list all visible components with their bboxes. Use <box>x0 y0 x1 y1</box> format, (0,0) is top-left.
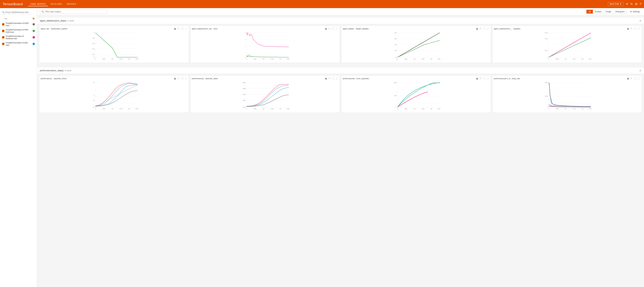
settings-button[interactable]: ⚙ Settings <box>629 10 641 14</box>
expand-icon-8[interactable]: ⛶ <box>634 77 637 80</box>
chart-episode-return: 10 0 -10 -20 0 500k 1M 1.5M 2M 2.5M <box>41 81 188 111</box>
chart-loss: 3 2 1 0 0 500k 1M 1.5M 2M 2.5M <box>192 31 338 62</box>
svg-text:0: 0 <box>95 108 96 110</box>
svg-text:1M: 1M <box>262 108 264 110</box>
menu-icon-4[interactable]: ⋮ <box>638 27 640 30</box>
svg-text:10: 10 <box>93 82 95 83</box>
sidebar-run-iqn[interactable]: PongNoFrameskip-v4-IQN-train <box>0 41 37 47</box>
svg-text:0: 0 <box>396 59 397 60</box>
image-icon-4[interactable]: ▣ <box>627 27 630 30</box>
image-icon-6[interactable]: ▣ <box>324 77 328 80</box>
pin-icon-2[interactable]: ⚐ <box>328 27 331 30</box>
pin-icon[interactable]: ⚐ <box>177 27 180 30</box>
expand-icon-7[interactable]: ⛶ <box>483 77 486 80</box>
svg-text:2.5M: 2.5M <box>588 108 591 110</box>
svg-text:2.5M: 2.5M <box>437 58 440 60</box>
card-title-episode-steps: performance(e.../episode_steps <box>192 78 324 80</box>
expand-icon-4[interactable]: ⛶ <box>634 27 637 30</box>
svg-text:2M: 2M <box>279 108 281 110</box>
filter-btn-all[interactable]: All <box>586 10 593 14</box>
filter-btn-scalars[interactable]: Scalars <box>593 10 604 14</box>
menu-icon-8[interactable]: ⋮ <box>638 77 640 80</box>
settings-icon[interactable]: ⚙ <box>635 2 638 6</box>
image-icon-5[interactable]: ▣ <box>174 77 176 80</box>
card-header-updates: agent_statistics(env_... /updates ▣ ⚐ ⛶ … <box>494 27 641 30</box>
menu-icon-2[interactable]: ⋮ <box>335 27 338 30</box>
pin-icon-7[interactable]: ⚐ <box>479 77 482 80</box>
filter-input[interactable] <box>45 11 106 13</box>
image-icon-7[interactable]: ▣ <box>476 77 478 80</box>
cards-grid-agent: agent_sta... /exploration_epsilon ▣ ⚐ ⛶ … <box>37 26 644 65</box>
svg-text:-20: -20 <box>92 106 95 108</box>
svg-text:1.5M: 1.5M <box>572 58 575 60</box>
run-color-dqn <box>32 23 35 26</box>
help-icon[interactable]: ? <box>640 2 641 6</box>
content-area: 🔍 All Scalars Image Histogram ⚙ Settings… <box>37 8 644 287</box>
svg-text:3000: 3000 <box>242 94 246 95</box>
svg-text:2M: 2M <box>128 58 130 60</box>
pin-icon-5[interactable]: ⚐ <box>177 77 180 80</box>
refresh-icon[interactable]: ↻ <box>630 2 633 6</box>
toolbar: 🔍 All Scalars Image Histogram ⚙ Settings <box>37 8 644 15</box>
filter-btn-group: All Scalars Image Histogram <box>586 10 627 14</box>
collapse-icon-performance[interactable]: ∧ <box>639 69 641 72</box>
svg-text:500k: 500k <box>254 58 256 60</box>
run-checkbox-rainbow[interactable] <box>2 36 4 39</box>
svg-text:4e+5: 4e+5 <box>545 38 548 40</box>
run-checkbox-iqn[interactable] <box>2 43 4 45</box>
menu-icon-7[interactable]: ⋮ <box>486 77 490 80</box>
menu-icon[interactable]: ⋮ <box>184 27 188 30</box>
section-header-performance: performance(env_steps) 4 cards ∧ <box>37 67 644 74</box>
expand-icon-2[interactable]: ⛶ <box>332 27 335 30</box>
menu-icon-6[interactable]: ⋮ <box>335 77 338 80</box>
sidebar-search-input[interactable] <box>5 11 35 14</box>
inactive-dropdown[interactable]: INACTIVE ▼ <box>608 2 624 6</box>
nav-time-series[interactable]: TIME SERIES <box>28 2 48 6</box>
card-title-num-episodes: performance(e.../num_episodes <box>343 78 475 80</box>
pin-icon-4[interactable]: ⚐ <box>630 27 633 30</box>
image-icon[interactable]: ▣ <box>174 27 176 30</box>
image-icon-8[interactable]: ▣ <box>627 77 630 80</box>
run-checkbox-dqn[interactable] <box>2 23 4 26</box>
svg-text:2M: 2M <box>582 108 583 110</box>
svg-text:2M: 2M <box>128 108 130 110</box>
expand-icon-6[interactable]: ⛶ <box>332 77 335 80</box>
card-step-rate: performance(env_st.../step_rate ▣ ⚐ ⛶ ⋮ <box>492 75 642 113</box>
sidebar-run-rainbow[interactable]: PongNoFrameskip-v4-Rainbow-train <box>0 34 37 41</box>
nav-scalars[interactable]: SCALARS <box>48 2 64 6</box>
svg-text:2M: 2M <box>430 58 432 60</box>
svg-text:2.5M: 2.5M <box>135 108 138 110</box>
svg-text:0: 0 <box>547 57 548 58</box>
svg-text:2M: 2M <box>430 108 432 110</box>
card-title-loss: agent_statistics(env_ste... /loss <box>192 28 324 30</box>
svg-text:0: 0 <box>548 108 549 110</box>
sidebar-run-per-dqn[interactable]: PongNoFrameskip-v4-PER-DQN-train <box>0 28 37 34</box>
menu-icon-3[interactable]: ⋮ <box>486 27 490 30</box>
svg-text:1M: 1M <box>414 58 415 60</box>
section-performance: performance(env_steps) 4 cards ∧ perform… <box>37 67 644 115</box>
pin-icon-8[interactable]: ⚐ <box>630 77 633 80</box>
pin-icon-6[interactable]: ⚐ <box>328 77 331 80</box>
filter-btn-histogram[interactable]: Histogram <box>613 10 627 14</box>
expand-icon-5[interactable]: ⛶ <box>181 77 184 80</box>
filter-input-wrap: 🔍 <box>40 10 107 14</box>
run-checkbox-per-dqn[interactable] <box>2 30 4 32</box>
card-loss: agent_statistics(env_ste... /loss ▣ ⚐ ⛶ … <box>190 26 340 63</box>
filter-btn-image[interactable]: Image <box>604 10 613 14</box>
sidebar-run-dqn[interactable]: PongNoFrameskip-v4-DQN-train <box>0 21 37 28</box>
card-title-exploration: agent_sta... /exploration_epsilon <box>41 28 173 30</box>
expand-icon-3[interactable]: ⛶ <box>483 27 486 30</box>
palette-icon[interactable]: 🎨 <box>32 17 35 20</box>
nav-images[interactable]: IMAGES <box>65 2 78 6</box>
svg-text:1.5M: 1.5M <box>421 58 424 60</box>
svg-text:2.5M: 2.5M <box>588 58 591 60</box>
collapse-icon-agent[interactable]: ∧ <box>639 19 641 22</box>
image-icon-3[interactable]: ▣ <box>476 27 478 30</box>
image-icon-2[interactable]: ▣ <box>324 27 328 30</box>
run-section-label: Run <box>2 17 10 20</box>
brightness-icon[interactable]: ☀ <box>626 2 628 6</box>
pin-icon-3[interactable]: ⚐ <box>479 27 482 30</box>
menu-icon-5[interactable]: ⋮ <box>184 77 188 80</box>
svg-text:500k: 500k <box>102 58 106 60</box>
expand-icon[interactable]: ⛶ <box>181 27 184 30</box>
